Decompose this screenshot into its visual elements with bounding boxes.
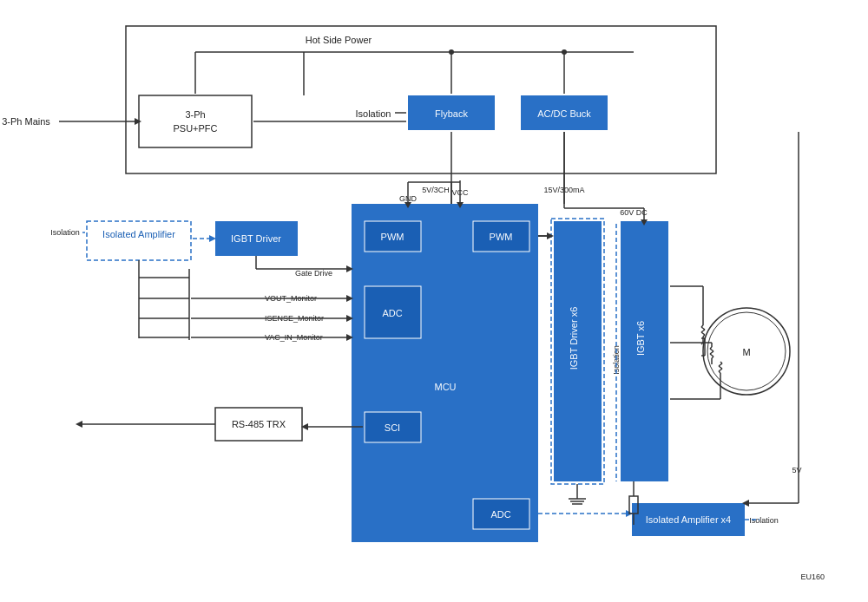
motor-label: M <box>742 347 750 357</box>
isolated-amp-label: Isolated Amplifier <box>102 229 175 239</box>
svg-line-32 <box>703 335 705 337</box>
diagram-container: Hot Side Power 3-Ph PSU+PFC 3-Ph Mains F… <box>0 0 868 602</box>
isolation4-label: Isolation <box>749 516 779 525</box>
psu-pfc-label2: PSU+PFC <box>173 123 217 134</box>
gate-drive-label: Gate Drive <box>295 269 332 278</box>
flyback-label: Flyback <box>435 108 468 119</box>
three-ph-mains-label: 3-Ph Mains <box>2 116 50 127</box>
igbt-driver-x6-label: IGBT Driver x6 <box>569 307 579 370</box>
igbt-driver-label: IGBT Driver <box>231 233 281 244</box>
isolated-amp-box <box>87 221 191 260</box>
isolation1-label: Isolation <box>356 108 391 119</box>
igbt-x6-label: IGBT x6 <box>635 321 646 356</box>
hot-side-power-label: Hot Side Power <box>306 35 372 45</box>
eu160-label: EU160 <box>800 573 825 581</box>
pwm1-label: PWM <box>381 232 404 242</box>
svg-marker-73 <box>76 421 82 428</box>
isolation2-label: Isolation <box>50 228 80 237</box>
svg-point-10 <box>449 49 454 55</box>
adc2-label: ADC <box>490 509 510 520</box>
isolated-amp-x4-label: Isolated Amplifier x4 <box>646 514 731 525</box>
mcu-block <box>352 204 538 542</box>
psu-pfc-label: 3-Ph <box>185 109 205 120</box>
svg-marker-54 <box>209 235 216 242</box>
rs485-label: RS-485 TRX <box>232 419 286 429</box>
acdc-buck-label: AC/DC Buck <box>537 108 591 119</box>
svg-point-11 <box>562 49 567 55</box>
pwm2-label: PWM <box>490 232 513 242</box>
v5-label: 5V <box>792 466 801 474</box>
sci-label: SCI <box>385 422 400 433</box>
mcu-label: MCU <box>434 382 456 392</box>
sw-out-label: 5V/3CH <box>422 186 450 194</box>
adc1-label: ADC <box>382 308 402 318</box>
psu-pfc-box <box>139 95 252 147</box>
